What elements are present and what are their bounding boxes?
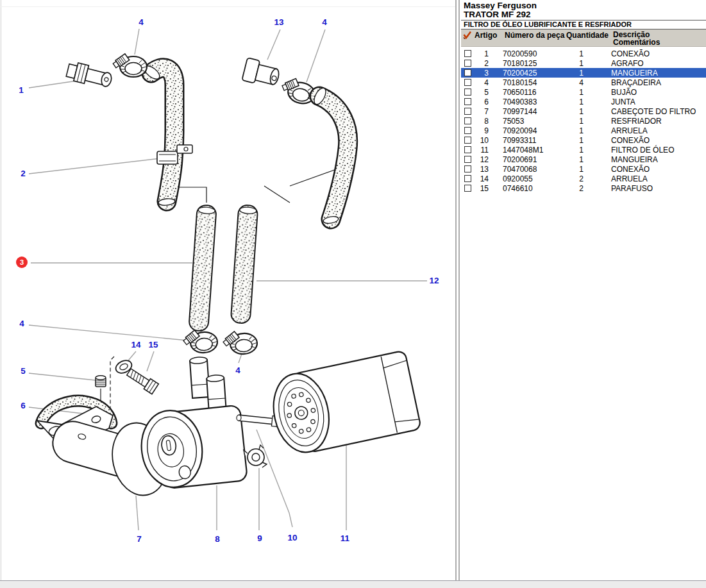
- cell-numero: 1447048M1: [503, 146, 567, 155]
- table-row[interactable]: 15 0746610 2 PARAFUSO: [461, 183, 706, 193]
- cell-descricao: CONEXÃO: [611, 165, 706, 174]
- row-checkbox[interactable]: [464, 156, 471, 163]
- callout-8[interactable]: 8: [215, 535, 220, 544]
- cell-artigo: 12: [476, 155, 489, 164]
- row-checkbox[interactable]: [464, 185, 471, 192]
- cell-numero: 0746610: [503, 184, 567, 193]
- table-row[interactable]: 6 70490383 1 JUNTA: [461, 97, 706, 106]
- column-header-artigo[interactable]: Artigo: [473, 31, 505, 40]
- cell-descricao: RESFRIADOR: [611, 117, 706, 126]
- table-row[interactable]: 14 0920055 2 ARRUELA: [461, 174, 706, 183]
- cell-artigo: 9: [476, 126, 489, 135]
- cell-numero: 70920094: [503, 126, 567, 135]
- cell-artigo: 2: [476, 59, 489, 68]
- parts-table-body: 1 70200590 1 CONEXÃO 2 70180125 1 AGRAFO…: [461, 47, 706, 193]
- table-row[interactable]: 2 70180125 1 AGRAFO: [461, 58, 706, 68]
- cell-descricao: CONEXÃO: [611, 49, 706, 58]
- cell-numero: 70180125: [503, 59, 567, 68]
- cell-descricao: JUNTA: [611, 97, 706, 106]
- callout-11[interactable]: 11: [340, 534, 349, 543]
- row-checkbox[interactable]: [464, 88, 471, 96]
- cell-quantidade: 4: [567, 78, 584, 87]
- table-row[interactable]: 8 75053 1 RESFRIADOR: [461, 116, 706, 126]
- column-header-quantidade[interactable]: Quantidade: [566, 31, 613, 40]
- select-all-check-icon[interactable]: [461, 31, 473, 41]
- row-checkbox[interactable]: [464, 79, 471, 86]
- parts-list-panel: Massey Ferguson TRATOR MF 292 FILTRO DE …: [461, 0, 706, 580]
- callout-6[interactable]: 6: [21, 401, 26, 410]
- row-checkbox[interactable]: [464, 127, 471, 134]
- table-row[interactable]: 7 70997144 1 CABEÇOTE DO FILTRO: [461, 106, 706, 116]
- row-checkbox[interactable]: [464, 98, 471, 105]
- cell-artigo: 6: [476, 97, 489, 106]
- callout-4[interactable]: 4: [139, 18, 144, 27]
- column-header-numero[interactable]: Número da peça: [505, 31, 566, 40]
- callout-4[interactable]: 4: [19, 319, 24, 328]
- cell-quantidade: 1: [567, 165, 584, 174]
- cell-descricao: ARRUELA: [611, 174, 706, 183]
- table-row[interactable]: 10 70993311 1 CONEXÃO: [461, 135, 706, 145]
- table-row[interactable]: 9 70920094 1 ARRUELA: [461, 126, 706, 135]
- table-row[interactable]: 12 70200691 1 MANGUEIRA: [461, 155, 706, 164]
- cell-descricao: MANGUEIRA: [611, 69, 706, 78]
- callout-4[interactable]: 4: [235, 366, 240, 375]
- table-row[interactable]: 11 1447048M1 1 FILTRO DE ÓLEO: [461, 145, 706, 155]
- cell-quantidade: 1: [567, 146, 584, 155]
- diagram-panel: 1 4 13 4 2 3 12 4 14 15 5 6 4 7 8 9 10 1…: [0, 0, 455, 580]
- cell-numero: 0920055: [503, 174, 567, 183]
- column-header-descricao[interactable]: Descrição Comentários: [613, 31, 706, 46]
- cell-artigo: 3: [476, 69, 489, 78]
- panel-splitter[interactable]: [455, 0, 460, 580]
- cell-quantidade: 1: [567, 59, 584, 68]
- cell-numero: 70650116: [503, 88, 567, 97]
- cell-quantidade: 1: [567, 136, 584, 145]
- cell-quantidade: 2: [567, 184, 584, 193]
- callout-12[interactable]: 12: [429, 276, 439, 285]
- cell-quantidade: 2: [567, 174, 584, 183]
- callout-10[interactable]: 10: [287, 533, 297, 542]
- cell-quantidade: 1: [567, 69, 584, 78]
- cell-descricao: CONEXÃO: [611, 136, 706, 145]
- row-checkbox[interactable]: [464, 60, 471, 67]
- callout-3-selected[interactable]: 3: [16, 256, 28, 268]
- callout-7[interactable]: 7: [137, 535, 142, 544]
- cell-quantidade: 1: [567, 49, 584, 58]
- cell-numero: 70470068: [503, 165, 567, 174]
- row-checkbox[interactable]: [464, 69, 471, 76]
- cell-artigo: 1: [476, 49, 489, 58]
- table-row[interactable]: 13 70470068 1 CONEXÃO: [461, 164, 706, 174]
- cell-quantidade: 1: [567, 97, 584, 106]
- cell-descricao: AGRAFO: [611, 59, 706, 68]
- cell-descricao: PARAFUSO: [611, 184, 706, 193]
- cell-quantidade: 1: [567, 88, 584, 97]
- section-title: FILTRO DE ÓLEO LUBRIFICANTE E RESFRIADOR: [461, 21, 706, 29]
- table-row-selected[interactable]: 3 70200425 1 MANGUEIRA: [461, 68, 706, 78]
- cell-numero: 70180154: [503, 78, 567, 87]
- table-row[interactable]: 4 70180154 4 BRAÇADEIRA: [461, 78, 706, 87]
- row-checkbox[interactable]: [464, 50, 471, 57]
- row-checkbox[interactable]: [464, 146, 471, 153]
- callout-4[interactable]: 4: [322, 18, 327, 27]
- table-header: Artigo Número da peça Quantidade Descriç…: [461, 29, 706, 47]
- cell-quantidade: 1: [567, 117, 584, 126]
- row-checkbox[interactable]: [464, 165, 471, 172]
- cell-artigo: 4: [476, 78, 489, 87]
- callout-9[interactable]: 9: [257, 534, 262, 543]
- table-row[interactable]: 1 70200590 1 CONEXÃO: [461, 49, 706, 58]
- callout-1[interactable]: 1: [19, 86, 24, 95]
- row-checkbox[interactable]: [464, 117, 471, 124]
- row-checkbox[interactable]: [464, 137, 471, 144]
- callout-5[interactable]: 5: [21, 367, 26, 376]
- callout-15[interactable]: 15: [148, 340, 158, 349]
- callout-2[interactable]: 2: [21, 169, 26, 178]
- table-row[interactable]: 5 70650116 1 BUJÃO: [461, 87, 706, 97]
- cell-numero: 70993311: [503, 136, 567, 145]
- cell-artigo: 5: [476, 88, 489, 97]
- row-checkbox[interactable]: [464, 108, 471, 115]
- exploded-parts-illustration: [0, 0, 455, 580]
- callout-13[interactable]: 13: [274, 18, 283, 27]
- row-checkbox[interactable]: [464, 175, 471, 182]
- callout-14[interactable]: 14: [131, 340, 140, 349]
- cell-descricao: FILTRO DE ÓLEO: [611, 146, 706, 155]
- cell-descricao: ARRUELA: [611, 126, 706, 135]
